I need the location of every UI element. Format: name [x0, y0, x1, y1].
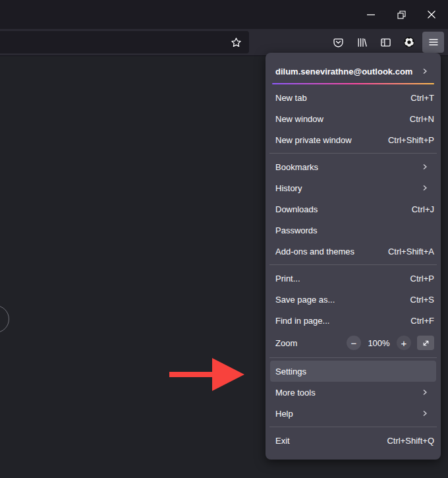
menu-item-new-tab[interactable]: New tab Ctrl+T: [266, 87, 441, 108]
library-icon: [356, 37, 368, 48]
menu-item-addons-themes[interactable]: Add-ons and themes Ctrl+Shift+A: [266, 241, 441, 262]
minimize-icon: [366, 10, 376, 19]
chevron-right-icon: [420, 387, 430, 398]
zoom-in-button[interactable]: +: [397, 336, 411, 350]
bookmark-star-button[interactable]: [225, 32, 246, 53]
app-menu-panel: dilum.senevirathne@outlook.com New tab C…: [266, 53, 441, 460]
menu-item-label: Bookmarks: [275, 162, 318, 172]
menu-item-downloads[interactable]: Downloads Ctrl+J: [266, 198, 441, 220]
menu-item-shortcut: Ctrl+Shift+P: [388, 135, 434, 145]
menu-item-shortcut: Ctrl+P: [410, 274, 434, 284]
menu-item-zoom: Zoom − 100% +: [266, 331, 441, 355]
menu-item-label: Settings: [275, 367, 306, 376]
hamburger-icon: [428, 37, 439, 47]
menu-item-label: New window: [275, 114, 323, 124]
menu-item-save-page-as[interactable]: Save page as... Ctrl+S: [266, 289, 441, 310]
menu-item-more-tools[interactable]: More tools: [266, 382, 441, 403]
sidebar-icon: [380, 37, 391, 48]
fullscreen-icon: [422, 339, 430, 347]
menu-item-history[interactable]: History: [266, 177, 441, 198]
fxa-gradient-divider: [272, 83, 434, 84]
menu-item-label: Print...: [275, 274, 300, 284]
menu-separator: [269, 427, 437, 427]
menu-item-shortcut: Ctrl+Shift+Q: [387, 436, 434, 446]
menu-item-passwords[interactable]: Passwords: [266, 220, 441, 241]
app-menu-button[interactable]: [422, 32, 444, 53]
sidebar-button[interactable]: [375, 32, 396, 53]
zoom-label: Zoom: [275, 338, 297, 348]
titlebar: [0, 0, 448, 29]
menu-item-print[interactable]: Print... Ctrl+P: [266, 268, 441, 289]
menu-item-label: Passwords: [275, 225, 318, 235]
menu-item-shortcut: Ctrl+S: [410, 295, 434, 305]
menu-item-label: Save page as...: [275, 295, 335, 305]
menu-item-shortcut: Ctrl+F: [410, 316, 434, 326]
menu-item-new-private-window[interactable]: New private window Ctrl+Shift+P: [266, 129, 441, 150]
minus-icon: −: [351, 338, 357, 348]
soccer-ball-icon: [403, 36, 415, 48]
menu-separator: [269, 153, 437, 154]
restore-button[interactable]: [386, 0, 416, 29]
menu-item-shortcut: Ctrl+J: [412, 204, 434, 214]
plus-icon: +: [401, 338, 407, 348]
menu-item-help[interactable]: Help: [266, 403, 441, 424]
account-email: dilum.senevirathne@outlook.com: [275, 67, 412, 76]
menu-item-shortcut: Ctrl+N: [410, 114, 434, 124]
menu-item-bookmarks[interactable]: Bookmarks: [266, 156, 441, 177]
pocket-icon: [333, 37, 344, 48]
menu-item-label: History: [275, 183, 302, 193]
menu-separator: [269, 357, 437, 358]
fullscreen-button[interactable]: [417, 336, 434, 350]
menu-item-label: New private window: [275, 135, 352, 145]
chevron-right-icon: [420, 66, 430, 76]
chevron-right-icon: [420, 162, 430, 172]
menu-item-shortcut: Ctrl+T: [410, 93, 434, 103]
menu-item-exit[interactable]: Exit Ctrl+Shift+Q: [266, 430, 441, 451]
menu-item-label: New tab: [275, 93, 307, 103]
pocket-button[interactable]: [327, 32, 349, 53]
extension-button[interactable]: [399, 32, 420, 53]
menu-item-label: Add-ons and themes: [275, 247, 354, 256]
menu-item-account[interactable]: dilum.senevirathne@outlook.com: [266, 61, 441, 82]
red-arrow-head: [212, 358, 244, 391]
chevron-right-icon: [420, 183, 430, 193]
navigation-toolbar: [0, 29, 448, 56]
address-bar[interactable]: [0, 31, 249, 53]
menu-item-shortcut: Ctrl+Shift+A: [388, 247, 434, 256]
chevron-right-icon: [420, 408, 430, 419]
restore-icon: [397, 10, 406, 20]
toolbar-icon-group: [327, 32, 444, 53]
browser-window: dilum.senevirathne@outlook.com New tab C…: [0, 0, 448, 478]
menu-item-label: Find in page...: [275, 316, 329, 326]
minimize-button[interactable]: [356, 0, 386, 29]
zoom-level-value[interactable]: 100%: [367, 338, 391, 348]
menu-item-find-in-page[interactable]: Find in page... Ctrl+F: [266, 310, 441, 331]
library-button[interactable]: [351, 32, 372, 53]
zoom-controls: − 100% +: [347, 336, 434, 350]
menu-item-new-window[interactable]: New window Ctrl+N: [266, 108, 441, 129]
zoom-out-button[interactable]: −: [347, 336, 361, 350]
star-icon: [231, 37, 242, 48]
partial-circle-overlay: [0, 305, 9, 333]
close-icon: [427, 10, 436, 19]
close-button[interactable]: [416, 0, 447, 29]
menu-item-settings[interactable]: Settings: [270, 361, 436, 382]
menu-item-label: More tools: [275, 388, 316, 398]
menu-separator: [269, 264, 437, 265]
menu-item-label: Downloads: [275, 204, 318, 214]
window-controls: [356, 0, 447, 29]
menu-item-label: Exit: [275, 436, 290, 446]
red-arrow-annotation: [169, 372, 213, 377]
menu-item-label: Help: [275, 409, 293, 419]
